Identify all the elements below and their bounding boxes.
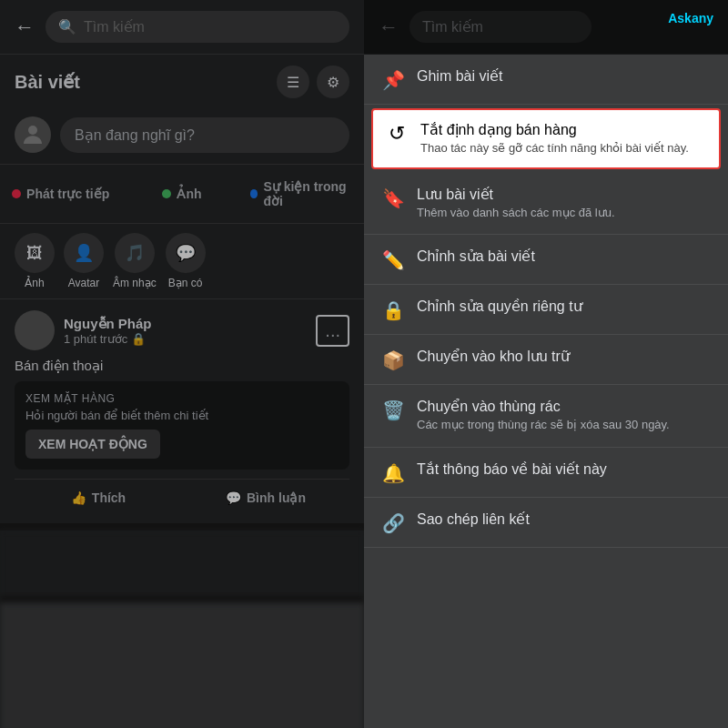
marketplace-btn[interactable]: XEM HOẠT ĐỘNG <box>25 430 160 459</box>
lock-icon: 🔒 <box>131 332 146 346</box>
left-post-placeholder[interactable]: Bạn đang nghĩ gì? <box>60 117 349 153</box>
left-section-title: Bài viết <box>15 71 80 93</box>
story-avatar[interactable]: 👤 Avatar <box>64 233 104 289</box>
left-search-bar: ← 🔍 <box>0 0 364 55</box>
live-dot <box>12 189 21 198</box>
left-panel: ← 🔍 Bài viết ☰ ⚙ Bạn đang nghĩ gì? <box>0 0 364 728</box>
menu-item-disable-sales-desc: Thao tác này sẽ gỡ các tính năng khỏi bà… <box>420 140 706 157</box>
marketplace-text: Hỏi người bán để biết thêm chi tiết <box>25 409 339 422</box>
menu-item-copy-link-title: Sao chép liên kết <box>417 511 710 528</box>
left-user-avatar <box>15 116 51 153</box>
left-gear-icon[interactable]: ⚙ <box>317 66 349 98</box>
menu-item-archive[interactable]: 📦 Chuyển vào kho lưu trữ <box>364 335 728 385</box>
menu-item-edit-title: Chỉnh sửa bài viết <box>417 248 710 265</box>
menu-item-archive-title: Chuyển vào kho lưu trữ <box>417 348 710 365</box>
event-label: Sự kiện trong đời <box>263 179 357 208</box>
blurred-img <box>0 603 364 728</box>
post-more-button[interactable]: ... <box>316 315 349 347</box>
trash-icon: 🗑️ <box>382 399 404 421</box>
left-filter-icon[interactable]: ☰ <box>277 66 309 98</box>
menu-item-save-text: Lưu bài viết Thêm vào danh sách các mục … <box>417 186 710 221</box>
like-label: Thích <box>92 490 126 505</box>
story-photo[interactable]: 🖼 Ảnh <box>15 233 55 289</box>
photo-label: Ảnh <box>177 187 201 201</box>
menu-item-pin-title: Ghim bài viết <box>417 67 710 85</box>
post-meta: 1 phút trước 🔒 <box>64 332 307 346</box>
dropdown-menu: 📌 Ghim bài viết ↺ Tắt định dạng bán hàng… <box>364 55 728 728</box>
photo-dot <box>162 189 171 198</box>
story-music[interactable]: 🎵 Âm nhạc <box>113 233 157 289</box>
menu-item-trash-text: Chuyển vào thùng rác Các mục trong thùng… <box>417 398 710 433</box>
story-photo-avatar: 🖼 <box>15 233 55 273</box>
post-header: Nguyễn Pháp 1 phút trước 🔒 ... <box>15 310 349 350</box>
story-photo-label: Ảnh <box>25 277 44 289</box>
askany-badge: Askany <box>668 11 713 25</box>
post-author-name: Nguyễn Pháp <box>64 316 307 332</box>
right-panel: ← Tìm kiếm Bài viết ☰ ⚙ Bạn đang nghĩ gì… <box>364 0 728 728</box>
left-post-card: Nguyễn Pháp 1 phút trước 🔒 ... Bán điện … <box>0 299 364 531</box>
blurred-post-1 <box>0 531 364 603</box>
menu-item-mute-text: Tắt thông báo về bài viết này <box>417 460 710 478</box>
menu-item-edit-text: Chỉnh sửa bài viết <box>417 248 710 265</box>
menu-item-privacy-text: Chỉnh sửa quyền riêng tư <box>417 298 710 315</box>
left-action-row: Phát trực tiếp Ảnh Sự kiện trong đời <box>0 165 364 224</box>
left-search-input-area[interactable]: 🔍 <box>46 11 349 43</box>
left-event-btn[interactable]: Sự kiện trong đời <box>243 172 364 216</box>
like-icon: 👍 <box>71 490 86 505</box>
left-section-header: Bài viết ☰ ⚙ <box>0 55 364 106</box>
menu-item-save[interactable]: 🔖 Lưu bài viết Thêm vào danh sách các mụ… <box>364 173 728 235</box>
left-stories-row: 🖼 Ảnh 👤 Avatar 🎵 Âm nhạc 💬 Bạn có <box>0 224 364 299</box>
pin-icon: 📌 <box>382 69 404 91</box>
story-ban-co-label: Bạn có <box>168 277 203 289</box>
svg-point-0 <box>28 126 37 135</box>
menu-item-privacy[interactable]: 🔒 Chỉnh sửa quyền riêng tư <box>364 285 728 335</box>
menu-item-save-desc: Thêm vào danh sách các mục đã lưu. <box>417 205 710 221</box>
menu-item-pin[interactable]: 📌 Ghim bài viết <box>364 55 728 105</box>
menu-item-trash[interactable]: 🗑️ Chuyển vào thùng rác Các mục trong th… <box>364 385 728 447</box>
post-time: 1 phút trước <box>64 332 127 346</box>
askany-text: Ask <box>668 11 692 25</box>
link-icon: 🔗 <box>382 512 404 534</box>
story-avatar-label: Avatar <box>68 277 99 289</box>
post-actions: 👍 Thích 💬 Bình luận <box>15 479 349 512</box>
left-search-icon: 🔍 <box>58 18 76 35</box>
story-music-avatar: 🎵 <box>115 233 155 273</box>
left-photo-btn[interactable]: Ảnh <box>121 172 242 216</box>
bell-icon: 🔔 <box>382 462 404 484</box>
askany-colored: any <box>692 11 713 25</box>
menu-item-mute[interactable]: 🔔 Tắt thông báo về bài viết này <box>364 448 728 498</box>
comment-button[interactable]: 💬 Bình luận <box>182 483 349 512</box>
menu-item-disable-sales[interactable]: ↺ Tắt định dạng bán hàng Thao tác này sẽ… <box>371 108 721 169</box>
event-dot <box>250 189 258 198</box>
menu-item-copy-link[interactable]: 🔗 Sao chép liên kết <box>364 498 728 548</box>
post-author-info: Nguyễn Pháp 1 phút trước 🔒 <box>64 316 307 346</box>
like-button[interactable]: 👍 Thích <box>15 483 182 512</box>
left-live-btn[interactable]: Phát trực tiếp <box>0 172 121 216</box>
menu-item-trash-desc: Các mục trong thùng rác sẽ bị xóa sau 30… <box>417 417 710 433</box>
story-music-label: Âm nhạc <box>113 277 157 289</box>
menu-item-mute-title: Tắt thông báo về bài viết này <box>417 460 710 478</box>
archive-icon: 📦 <box>382 349 404 371</box>
left-search-input[interactable] <box>84 19 337 35</box>
post-author-avatar <box>15 310 55 350</box>
refresh-icon: ↺ <box>386 123 408 145</box>
comment-label: Bình luận <box>247 490 306 505</box>
menu-item-privacy-title: Chỉnh sửa quyền riêng tư <box>417 298 710 315</box>
comment-icon: 💬 <box>226 490 241 505</box>
menu-item-edit[interactable]: ✏️ Chỉnh sửa bài viết <box>364 235 728 285</box>
post-text: Bán điện thoại <box>15 358 349 374</box>
menu-item-disable-sales-title: Tắt định dạng bán hàng <box>420 121 706 138</box>
edit-icon: ✏️ <box>382 249 404 271</box>
left-back-arrow[interactable]: ← <box>15 15 35 39</box>
menu-item-pin-text: Ghim bài viết <box>417 67 710 85</box>
privacy-icon: 🔒 <box>382 299 404 321</box>
marketplace-banner: XEM MẶT HÀNG Hỏi người bán để biết thêm … <box>15 381 349 470</box>
story-avatar-img: 👤 <box>64 233 104 273</box>
live-label: Phát trực tiếp <box>26 187 109 201</box>
story-ban-co-avatar: 💬 <box>166 233 206 273</box>
story-ban-co[interactable]: 💬 Bạn có <box>166 233 206 289</box>
menu-item-copy-link-text: Sao chép liên kết <box>417 511 710 528</box>
menu-item-trash-title: Chuyển vào thùng rác <box>417 398 710 415</box>
main-container: ← 🔍 Bài viết ☰ ⚙ Bạn đang nghĩ gì? <box>0 0 728 728</box>
menu-item-save-title: Lưu bài viết <box>417 186 710 203</box>
